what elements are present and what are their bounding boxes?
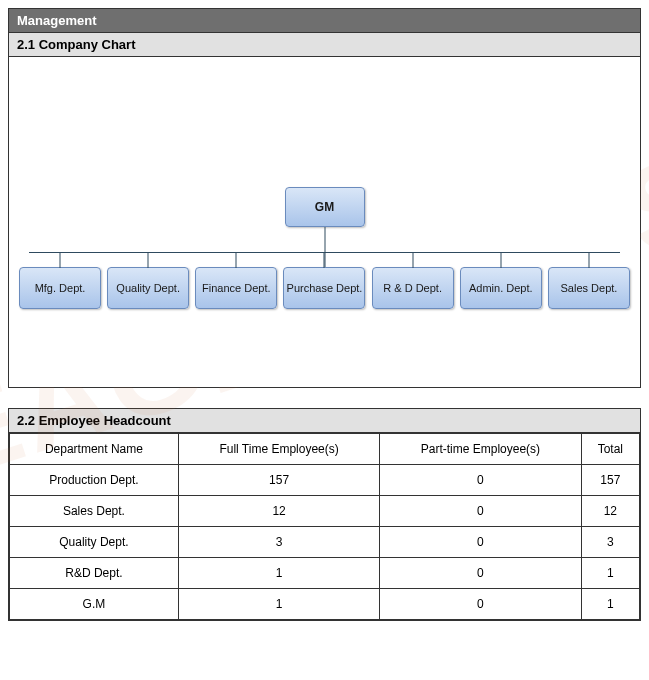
cell-full: 157	[178, 465, 379, 496]
org-node-finance: Finance Dept.	[195, 267, 277, 309]
cell-dept: R&D Dept.	[10, 558, 179, 589]
headcount-title: 2.2 Employee Headcount	[9, 409, 640, 433]
cell-total: 12	[581, 496, 639, 527]
col-full: Full Time Employee(s)	[178, 434, 379, 465]
headcount-table: Department Name Full Time Employee(s) Pa…	[9, 433, 640, 620]
org-node-rnd: R & D Dept.	[372, 267, 454, 309]
org-node-quality: Quality Dept.	[107, 267, 189, 309]
org-children-row: Mfg. Dept. Quality Dept. Finance Dept. P…	[19, 267, 630, 309]
cell-dept: G.M	[10, 589, 179, 620]
org-node-mfg: Mfg. Dept.	[19, 267, 101, 309]
org-node-purchase: Purchase Dept.	[283, 267, 365, 309]
cell-total: 1	[581, 558, 639, 589]
col-part: Part-time Employee(s)	[380, 434, 581, 465]
cell-full: 1	[178, 558, 379, 589]
cell-full: 1	[178, 589, 379, 620]
col-dept: Department Name	[10, 434, 179, 465]
cell-total: 157	[581, 465, 639, 496]
table-row: Production Dept. 157 0 157	[10, 465, 640, 496]
org-connector	[324, 227, 325, 252]
cell-part: 0	[380, 589, 581, 620]
cell-part: 0	[380, 558, 581, 589]
table-row: R&D Dept. 1 0 1	[10, 558, 640, 589]
cell-total: 3	[581, 527, 639, 558]
management-section: Management 2.1 Company Chart GM Mfg. Dep…	[8, 8, 641, 388]
table-row: G.M 1 0 1	[10, 589, 640, 620]
cell-part: 0	[380, 496, 581, 527]
org-node-admin: Admin. Dept.	[460, 267, 542, 309]
cell-total: 1	[581, 589, 639, 620]
cell-full: 3	[178, 527, 379, 558]
cell-part: 0	[380, 465, 581, 496]
cell-dept: Production Dept.	[10, 465, 179, 496]
table-header-row: Department Name Full Time Employee(s) Pa…	[10, 434, 640, 465]
org-node-gm: GM	[285, 187, 365, 227]
table-row: Sales Dept. 12 0 12	[10, 496, 640, 527]
cell-dept: Sales Dept.	[10, 496, 179, 527]
cell-part: 0	[380, 527, 581, 558]
section-title: Management	[9, 9, 640, 32]
table-row: Quality Dept. 3 0 3	[10, 527, 640, 558]
org-node-sales: Sales Dept.	[548, 267, 630, 309]
cell-full: 12	[178, 496, 379, 527]
col-total: Total	[581, 434, 639, 465]
company-chart-title: 2.1 Company Chart	[9, 32, 640, 57]
cell-dept: Quality Dept.	[10, 527, 179, 558]
company-chart-pane: GM Mfg. Dept. Quality Dept. Finance Dept…	[9, 57, 640, 387]
headcount-section: 2.2 Employee Headcount Department Name F…	[8, 408, 641, 621]
